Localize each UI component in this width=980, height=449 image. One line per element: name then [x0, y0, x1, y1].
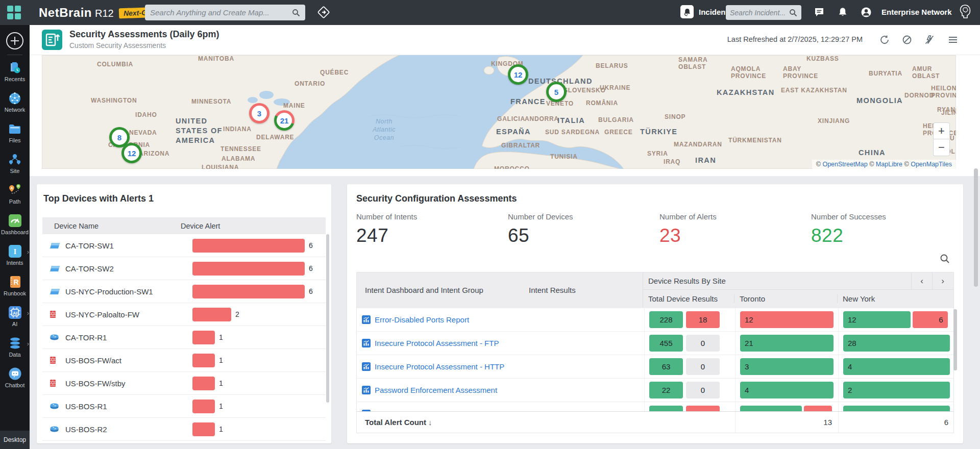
search-icon[interactable] — [292, 9, 300, 17]
messages-icon[interactable] — [814, 7, 825, 18]
chevron-right-icon[interactable]: › — [27, 309, 29, 317]
page-header: Security Assessments (Daily 6pm) Custom … — [30, 25, 980, 55]
alert-count: 1 — [219, 356, 223, 364]
osm-link[interactable]: OpenStreetMap — [822, 161, 867, 168]
devices-panel-title: Top Devices with Alerts 1 — [43, 193, 331, 204]
site-prev-button[interactable]: ‹ — [911, 272, 932, 290]
sidebar-item-dashboard[interactable]: Dashboard — [0, 209, 30, 240]
sidebar-item-files[interactable]: Files — [0, 117, 30, 148]
map-marker[interactable]: 12 — [508, 64, 528, 85]
svg-text:I: I — [13, 247, 16, 256]
alert-count: 2 — [235, 310, 239, 318]
stat-label: Number of Successes — [811, 212, 963, 221]
map-marker[interactable]: 12 — [121, 143, 142, 163]
site-next-button[interactable]: › — [932, 272, 953, 290]
table-row[interactable]: US-BOS-FW/act 1 — [42, 349, 326, 372]
table-row[interactable]: US-NYC-Production-SW1 6 — [42, 280, 326, 303]
site-result-bar: 28 — [843, 335, 950, 352]
sidebar-item-network[interactable]: Network — [0, 87, 30, 117]
notifications-bell-icon[interactable] — [837, 7, 848, 18]
alert-count: 6 — [309, 287, 313, 295]
incident-icon[interactable] — [680, 5, 694, 18]
col-device-name: Device Name — [42, 222, 181, 230]
map-marker[interactable]: 5 — [546, 82, 567, 102]
chevron-right-icon[interactable]: › — [27, 248, 29, 256]
chevron-right-icon[interactable]: › — [27, 340, 29, 347]
intent-link[interactable]: Insecure Protocol Assessment - FTP — [357, 339, 529, 347]
table-row: Error-Disabled Ports Report 22818 12 126 — [357, 308, 953, 331]
intent-link[interactable]: Insecure Protocol Assessment - HTTP — [357, 362, 529, 371]
world-map[interactable]: COLUMBIAMANITOBAQUÉBECONTARIOWASHINGTONM… — [42, 55, 956, 169]
intent-link[interactable] — [357, 410, 529, 412]
table-row[interactable]: US-BOS-R2 1 — [42, 418, 326, 441]
sidebar-item-intents[interactable]: I Intents › — [0, 240, 30, 270]
incident-search-icon[interactable] — [789, 9, 797, 17]
sidebar-item-ai[interactable]: AI AI › — [0, 301, 30, 332]
table-row[interactable]: CA-TOR-R1 1 — [42, 326, 326, 349]
sidebar-item-data[interactable]: Data › — [0, 332, 30, 362]
mute-alerts-icon[interactable] — [924, 34, 935, 45]
device-name: CA-TOR-SW1 — [65, 241, 114, 250]
table-row[interactable]: US-BOS-FW/stby 1 — [42, 372, 326, 395]
success-count-badge: 228 — [649, 311, 683, 328]
intent-link[interactable]: Error-Disabled Ports Report — [357, 315, 529, 324]
maplibre-link[interactable]: MapLibre — [876, 161, 902, 168]
intent-name: Insecure Protocol Assessment - HTTP — [375, 362, 504, 371]
zoom-in-button[interactable]: + — [933, 122, 950, 139]
page-scrollbar[interactable] — [974, 168, 978, 287]
col-device-alert: Device Alert — [181, 222, 220, 230]
refresh-icon[interactable] — [879, 34, 890, 45]
table-search-icon[interactable] — [940, 254, 950, 264]
openmaptiles-link[interactable]: OpenMapTiles — [911, 161, 952, 168]
global-search-input[interactable] — [150, 8, 292, 17]
incident-group: Incident — [680, 5, 728, 18]
security-assessments-panel: Security Configuration Assessments Numbe… — [347, 184, 963, 443]
runbook-icon: R — [8, 275, 22, 289]
incident-search[interactable] — [726, 5, 801, 20]
sidebar-item-chatbot[interactable]: Chatbot — [0, 362, 30, 393]
alert-bar — [192, 285, 305, 298]
sidebar-item-path[interactable]: AB Path — [0, 179, 30, 209]
sidebar-item-recents[interactable]: Recents — [0, 56, 30, 87]
devices-scrollbar[interactable] — [326, 234, 329, 403]
sidebar-item-site[interactable]: Site — [0, 148, 30, 179]
ai-assistant-head-icon[interactable] — [959, 4, 972, 19]
table-row[interactable]: US-BOS-R1 1 — [42, 395, 326, 418]
add-button[interactable] — [6, 32, 23, 49]
app-launcher-icon[interactable] — [7, 6, 21, 20]
map-mode-icon[interactable] — [316, 5, 331, 19]
brand-name: NetBrain — [39, 6, 92, 20]
total-alert-count-label[interactable]: Total Alert Count↓ — [357, 418, 735, 427]
site-result-bar: 3 — [740, 358, 834, 375]
disable-circle-icon[interactable] — [901, 34, 913, 45]
device-name: US-NYC-Paloalto-FW — [65, 310, 139, 319]
sidebar-item-runbook[interactable]: R Runbook — [0, 270, 30, 301]
user-avatar-icon[interactable] — [861, 7, 872, 18]
table-row[interactable]: CA-TOR-SW1 6 — [42, 234, 326, 257]
tenant-name[interactable]: Enterprise Network — [881, 8, 952, 16]
col-newyork: New York — [837, 294, 953, 303]
alert-bar — [192, 239, 305, 253]
sidebar-item-label: Runbook — [4, 290, 26, 296]
files-icon — [8, 122, 21, 136]
table-row[interactable]: CA-TOR-SW2 6 — [42, 257, 326, 280]
sidebar-item-label: Files — [9, 137, 20, 143]
assessments-table-scrollbar[interactable] — [953, 309, 957, 370]
table-row[interactable]: US-NYC-Paloalto-FW 2 — [42, 303, 326, 326]
site-icon — [8, 153, 21, 166]
device-name: CA-TOR-SW2 — [65, 264, 114, 273]
intent-name: Password Enforcement Assessment — [375, 386, 497, 394]
desktop-strip[interactable]: Desktop — [0, 431, 30, 449]
menu-icon[interactable] — [947, 34, 959, 45]
incident-search-input[interactable] — [730, 9, 789, 17]
map-marker[interactable]: 21 — [274, 110, 295, 131]
sidebar-item-label: Data — [9, 352, 20, 358]
map-marker[interactable]: 3 — [249, 103, 270, 123]
sort-descending-icon[interactable]: ↓ — [428, 418, 432, 427]
global-search[interactable] — [145, 5, 305, 20]
sidebar-divider — [7, 55, 22, 55]
zoom-out-button[interactable]: − — [933, 139, 950, 156]
incident-label[interactable]: Incident — [699, 8, 728, 16]
left-sidebar: Recents Network Files Site AB Path Dashb… — [0, 25, 30, 431]
intent-link[interactable]: Password Enforcement Assessment — [357, 386, 529, 394]
